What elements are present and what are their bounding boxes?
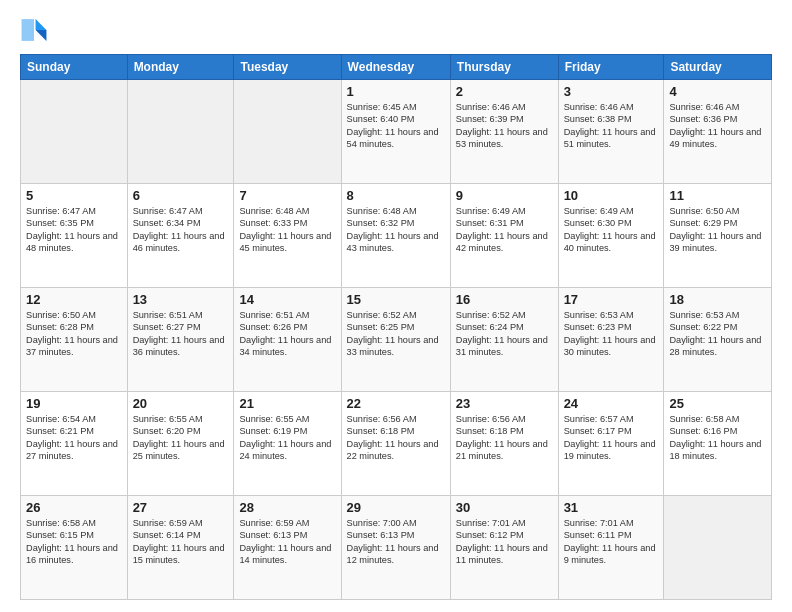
weekday-tuesday: Tuesday [234, 55, 341, 80]
day-cell: 31Sunrise: 7:01 AMSunset: 6:11 PMDayligh… [558, 496, 664, 600]
day-number: 20 [133, 396, 229, 411]
day-info: Sunrise: 7:01 AMSunset: 6:12 PMDaylight:… [456, 517, 553, 567]
day-number: 22 [347, 396, 445, 411]
day-cell: 16Sunrise: 6:52 AMSunset: 6:24 PMDayligh… [450, 288, 558, 392]
week-row-1: 1Sunrise: 6:45 AMSunset: 6:40 PMDaylight… [21, 80, 772, 184]
day-cell: 2Sunrise: 6:46 AMSunset: 6:39 PMDaylight… [450, 80, 558, 184]
day-number: 31 [564, 500, 659, 515]
weekday-header-row: SundayMondayTuesdayWednesdayThursdayFrid… [21, 55, 772, 80]
day-cell: 1Sunrise: 6:45 AMSunset: 6:40 PMDaylight… [341, 80, 450, 184]
day-cell: 17Sunrise: 6:53 AMSunset: 6:23 PMDayligh… [558, 288, 664, 392]
day-number: 16 [456, 292, 553, 307]
day-number: 19 [26, 396, 122, 411]
day-number: 21 [239, 396, 335, 411]
day-info: Sunrise: 6:51 AMSunset: 6:27 PMDaylight:… [133, 309, 229, 359]
day-cell [664, 496, 772, 600]
day-cell: 15Sunrise: 6:52 AMSunset: 6:25 PMDayligh… [341, 288, 450, 392]
day-info: Sunrise: 6:56 AMSunset: 6:18 PMDaylight:… [347, 413, 445, 463]
day-number: 14 [239, 292, 335, 307]
day-info: Sunrise: 6:52 AMSunset: 6:25 PMDaylight:… [347, 309, 445, 359]
header [20, 16, 772, 44]
day-cell: 19Sunrise: 6:54 AMSunset: 6:21 PMDayligh… [21, 392, 128, 496]
day-number: 3 [564, 84, 659, 99]
day-cell: 28Sunrise: 6:59 AMSunset: 6:13 PMDayligh… [234, 496, 341, 600]
day-info: Sunrise: 6:46 AMSunset: 6:36 PMDaylight:… [669, 101, 766, 151]
day-number: 24 [564, 396, 659, 411]
day-number: 10 [564, 188, 659, 203]
day-info: Sunrise: 6:48 AMSunset: 6:32 PMDaylight:… [347, 205, 445, 255]
day-number: 2 [456, 84, 553, 99]
week-row-5: 26Sunrise: 6:58 AMSunset: 6:15 PMDayligh… [21, 496, 772, 600]
day-number: 8 [347, 188, 445, 203]
day-number: 1 [347, 84, 445, 99]
day-number: 23 [456, 396, 553, 411]
week-row-2: 5Sunrise: 6:47 AMSunset: 6:35 PMDaylight… [21, 184, 772, 288]
day-info: Sunrise: 7:00 AMSunset: 6:13 PMDaylight:… [347, 517, 445, 567]
day-cell: 5Sunrise: 6:47 AMSunset: 6:35 PMDaylight… [21, 184, 128, 288]
day-number: 7 [239, 188, 335, 203]
day-info: Sunrise: 6:50 AMSunset: 6:28 PMDaylight:… [26, 309, 122, 359]
day-number: 25 [669, 396, 766, 411]
day-info: Sunrise: 6:49 AMSunset: 6:31 PMDaylight:… [456, 205, 553, 255]
day-info: Sunrise: 6:51 AMSunset: 6:26 PMDaylight:… [239, 309, 335, 359]
day-cell: 7Sunrise: 6:48 AMSunset: 6:33 PMDaylight… [234, 184, 341, 288]
day-info: Sunrise: 6:55 AMSunset: 6:19 PMDaylight:… [239, 413, 335, 463]
day-number: 18 [669, 292, 766, 307]
day-number: 26 [26, 500, 122, 515]
page: SundayMondayTuesdayWednesdayThursdayFrid… [0, 0, 792, 612]
logo [20, 16, 52, 44]
day-cell: 23Sunrise: 6:56 AMSunset: 6:18 PMDayligh… [450, 392, 558, 496]
svg-marker-0 [36, 19, 47, 30]
day-number: 17 [564, 292, 659, 307]
day-cell: 26Sunrise: 6:58 AMSunset: 6:15 PMDayligh… [21, 496, 128, 600]
day-cell: 9Sunrise: 6:49 AMSunset: 6:31 PMDaylight… [450, 184, 558, 288]
day-cell: 20Sunrise: 6:55 AMSunset: 6:20 PMDayligh… [127, 392, 234, 496]
weekday-wednesday: Wednesday [341, 55, 450, 80]
day-cell: 14Sunrise: 6:51 AMSunset: 6:26 PMDayligh… [234, 288, 341, 392]
day-number: 12 [26, 292, 122, 307]
day-cell: 24Sunrise: 6:57 AMSunset: 6:17 PMDayligh… [558, 392, 664, 496]
day-number: 13 [133, 292, 229, 307]
day-info: Sunrise: 6:46 AMSunset: 6:38 PMDaylight:… [564, 101, 659, 151]
day-info: Sunrise: 6:58 AMSunset: 6:15 PMDaylight:… [26, 517, 122, 567]
day-info: Sunrise: 6:55 AMSunset: 6:20 PMDaylight:… [133, 413, 229, 463]
day-info: Sunrise: 6:52 AMSunset: 6:24 PMDaylight:… [456, 309, 553, 359]
svg-rect-2 [22, 19, 34, 41]
day-info: Sunrise: 6:50 AMSunset: 6:29 PMDaylight:… [669, 205, 766, 255]
day-cell: 21Sunrise: 6:55 AMSunset: 6:19 PMDayligh… [234, 392, 341, 496]
day-number: 9 [456, 188, 553, 203]
day-cell: 27Sunrise: 6:59 AMSunset: 6:14 PMDayligh… [127, 496, 234, 600]
day-number: 5 [26, 188, 122, 203]
calendar-table: SundayMondayTuesdayWednesdayThursdayFrid… [20, 54, 772, 600]
day-info: Sunrise: 6:56 AMSunset: 6:18 PMDaylight:… [456, 413, 553, 463]
day-cell: 29Sunrise: 7:00 AMSunset: 6:13 PMDayligh… [341, 496, 450, 600]
day-number: 30 [456, 500, 553, 515]
day-cell: 25Sunrise: 6:58 AMSunset: 6:16 PMDayligh… [664, 392, 772, 496]
day-number: 4 [669, 84, 766, 99]
week-row-3: 12Sunrise: 6:50 AMSunset: 6:28 PMDayligh… [21, 288, 772, 392]
day-cell: 18Sunrise: 6:53 AMSunset: 6:22 PMDayligh… [664, 288, 772, 392]
day-cell: 4Sunrise: 6:46 AMSunset: 6:36 PMDaylight… [664, 80, 772, 184]
day-cell: 22Sunrise: 6:56 AMSunset: 6:18 PMDayligh… [341, 392, 450, 496]
day-info: Sunrise: 6:46 AMSunset: 6:39 PMDaylight:… [456, 101, 553, 151]
day-number: 6 [133, 188, 229, 203]
day-info: Sunrise: 6:47 AMSunset: 6:34 PMDaylight:… [133, 205, 229, 255]
day-cell: 11Sunrise: 6:50 AMSunset: 6:29 PMDayligh… [664, 184, 772, 288]
day-info: Sunrise: 6:53 AMSunset: 6:22 PMDaylight:… [669, 309, 766, 359]
day-number: 27 [133, 500, 229, 515]
day-cell: 8Sunrise: 6:48 AMSunset: 6:32 PMDaylight… [341, 184, 450, 288]
week-row-4: 19Sunrise: 6:54 AMSunset: 6:21 PMDayligh… [21, 392, 772, 496]
weekday-sunday: Sunday [21, 55, 128, 80]
day-info: Sunrise: 6:57 AMSunset: 6:17 PMDaylight:… [564, 413, 659, 463]
day-info: Sunrise: 6:45 AMSunset: 6:40 PMDaylight:… [347, 101, 445, 151]
weekday-saturday: Saturday [664, 55, 772, 80]
day-number: 28 [239, 500, 335, 515]
day-cell: 12Sunrise: 6:50 AMSunset: 6:28 PMDayligh… [21, 288, 128, 392]
day-info: Sunrise: 6:49 AMSunset: 6:30 PMDaylight:… [564, 205, 659, 255]
day-cell [234, 80, 341, 184]
weekday-monday: Monday [127, 55, 234, 80]
day-cell [21, 80, 128, 184]
day-cell: 3Sunrise: 6:46 AMSunset: 6:38 PMDaylight… [558, 80, 664, 184]
day-info: Sunrise: 6:53 AMSunset: 6:23 PMDaylight:… [564, 309, 659, 359]
svg-marker-1 [36, 30, 47, 41]
